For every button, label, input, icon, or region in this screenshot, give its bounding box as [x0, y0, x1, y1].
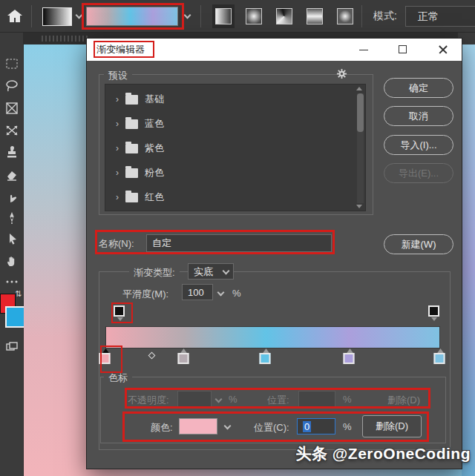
separator: [31, 5, 32, 27]
smoothness-dropdown[interactable]: [214, 284, 227, 300]
expand-chevron-icon[interactable]: ›: [116, 119, 119, 129]
dialog-title: 渐变编辑器: [96, 43, 145, 56]
gradient-style-buttons: [212, 4, 356, 29]
opacity-position-label: 位置:: [267, 394, 289, 407]
gradient-editor-bar[interactable]: [105, 326, 440, 348]
stops-label: 色标: [104, 371, 132, 385]
preset-folder-5[interactable]: ›红色: [105, 186, 365, 208]
home-icon[interactable]: [6, 7, 24, 25]
tools-panel: ⇅: [0, 33, 24, 476]
color-swatch[interactable]: [179, 418, 217, 434]
separator: [361, 5, 362, 27]
gradient-type-label: 渐变类型:: [129, 266, 180, 280]
linear-gradient-icon: [215, 8, 232, 24]
select-tool-icon[interactable]: [4, 231, 19, 246]
canvas-gradient-bottom: [87, 469, 462, 476]
color-stop-marker[interactable]: [434, 348, 447, 368]
new-button[interactable]: 新建(W): [384, 234, 453, 254]
lasso-tool-icon[interactable]: [4, 79, 19, 93]
opacity-stop-marker[interactable]: [114, 305, 125, 317]
pen-tool-icon[interactable]: [4, 211, 19, 225]
diamond-gradient-icon: [337, 8, 353, 24]
preset-folder-list[interactable]: ›基础›蓝色›紫色›粉色›红色: [105, 84, 366, 211]
marquee-tool-icon[interactable]: [4, 56, 19, 71]
angle-gradient-style-button[interactable]: [273, 4, 295, 28]
separator: [200, 5, 201, 27]
mode-select[interactable]: 正常: [405, 6, 475, 27]
presets-label: 预设: [104, 69, 132, 82]
stop-swatch: [260, 353, 271, 364]
opacity-delete-button: 删除(D): [387, 394, 420, 407]
canvas-gradient-right: [462, 44, 475, 476]
folder-icon: [125, 168, 138, 178]
watermark: 头条 @ZeroOneCoding: [296, 443, 471, 464]
reflected-gradient-icon: [307, 8, 323, 24]
document-tab-text: [42, 36, 88, 42]
expand-chevron-icon[interactable]: ›: [116, 94, 119, 105]
opacity-stop-marker[interactable]: [428, 305, 439, 317]
preset-folder-2[interactable]: ›蓝色: [105, 113, 365, 135]
color-stop-marker[interactable]: [344, 348, 356, 368]
hand-tool-icon[interactable]: [4, 254, 19, 268]
color-stop-marker[interactable]: [260, 348, 272, 368]
color-stop-marker[interactable]: [99, 348, 112, 368]
linear-gradient-style-button[interactable]: [212, 4, 235, 28]
chevron-down-icon[interactable]: [76, 12, 83, 19]
color-stop-marker[interactable]: [177, 348, 190, 368]
maximize-button[interactable]: [387, 39, 419, 61]
expand-chevron-icon[interactable]: ›: [116, 192, 119, 202]
close-button[interactable]: [427, 39, 459, 61]
opacity-unit: %: [229, 394, 238, 405]
chevron-down-icon[interactable]: [184, 12, 191, 19]
folder-icon: [125, 193, 138, 202]
expand-chevron-icon[interactable]: ›: [116, 143, 119, 153]
preset-folder-label: 紫色: [145, 142, 164, 155]
ok-button[interactable]: 确定: [384, 78, 453, 98]
gradient-picker-thumbnail[interactable]: [42, 7, 72, 26]
cancel-button[interactable]: 取消: [384, 106, 453, 126]
color-position-input[interactable]: 0: [297, 418, 335, 434]
smoothness-label: 平滑度(M):: [122, 288, 168, 301]
color-position-label: 位置(C):: [254, 421, 289, 434]
minimize-button[interactable]: [347, 39, 380, 61]
folder-icon: [125, 144, 138, 153]
background-color-swatch[interactable]: [5, 306, 26, 328]
move-tool-icon[interactable]: [4, 123, 19, 138]
import-button[interactable]: 导入(I)...: [384, 135, 453, 155]
chevron-down-icon: [214, 395, 222, 403]
diamond-gradient-style-button[interactable]: [334, 4, 356, 28]
gradient-preview-bar[interactable]: [86, 7, 178, 26]
opacity-label: 不透明度:: [128, 394, 169, 407]
smoothness-input[interactable]: 100: [182, 284, 213, 300]
photoshop-window: 模式: 正常 ⇅ 渐变编辑器 预设 ›基础›蓝色›紫色›粉色›红色: [0, 0, 475, 476]
eraser-tool-icon[interactable]: [4, 168, 19, 182]
screen-mode-tool-icon[interactable]: [4, 340, 19, 354]
expand-chevron-icon[interactable]: ›: [116, 168, 119, 178]
name-input[interactable]: 自定: [146, 234, 332, 252]
preset-folder-3[interactable]: ›紫色: [105, 137, 365, 159]
opacity-input: [177, 391, 212, 407]
radial-gradient-style-button[interactable]: [243, 4, 265, 28]
folder-icon: [125, 119, 138, 129]
stop-swatch: [344, 353, 355, 364]
angle-gradient-icon: [276, 8, 292, 24]
preset-folder-4[interactable]: ›粉色: [105, 162, 365, 184]
mode-label: 模式:: [373, 10, 397, 23]
swap-colors-icon[interactable]: ⇅: [15, 289, 22, 299]
smudge-tool-icon[interactable]: [4, 190, 19, 205]
minimize-icon: [359, 50, 368, 50]
chevron-down-icon: [217, 288, 224, 296]
dialog-titlebar[interactable]: 渐变编辑器: [87, 39, 462, 61]
slice-tool-icon[interactable]: [4, 101, 19, 116]
preset-folder-1[interactable]: ›基础: [105, 88, 365, 110]
stamp-tool-icon[interactable]: [4, 145, 19, 160]
stop-swatch: [99, 353, 111, 364]
preset-folder-label: 蓝色: [145, 117, 164, 130]
opacity-dropdown: [212, 391, 225, 407]
maximize-icon: [399, 45, 407, 53]
gear-icon[interactable]: [336, 68, 347, 82]
reflected-gradient-style-button[interactable]: [304, 4, 326, 28]
more-tool-icon[interactable]: [4, 274, 19, 289]
folder-icon: [125, 95, 138, 105]
color-delete-button[interactable]: 删除(D): [362, 415, 422, 437]
